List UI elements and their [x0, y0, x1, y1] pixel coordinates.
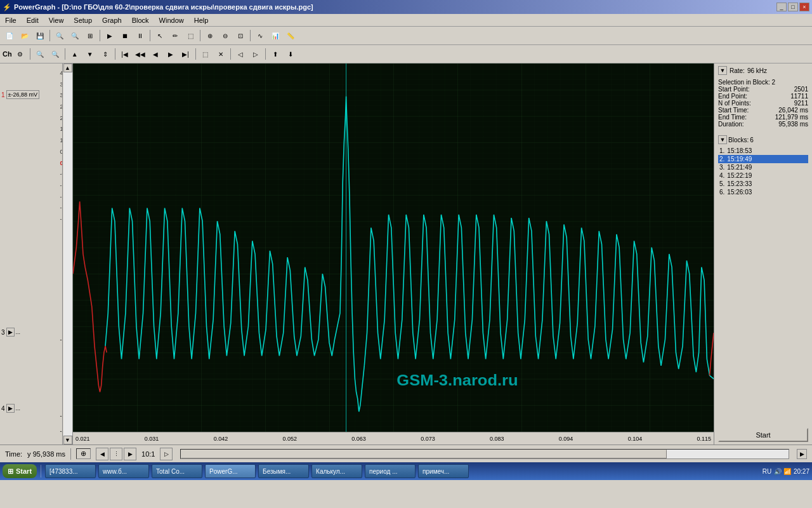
rate-dropdown-btn[interactable]: ▼ — [718, 66, 727, 75]
nav-select[interactable]: ⬚ — [199, 47, 213, 61]
tb-pause[interactable]: ⏸ — [133, 29, 147, 43]
taskbar-item-2[interactable]: Total Co... — [152, 464, 202, 478]
tb-zoom-fit[interactable]: ⊞ — [83, 29, 97, 43]
menu-view[interactable]: View — [46, 16, 67, 25]
x-label-4: 0.063 — [351, 436, 366, 442]
menu-block[interactable]: Block — [129, 16, 152, 25]
h-scroll-right-btn[interactable]: ▶ — [797, 449, 807, 459]
ch4-btn[interactable]: ▶ — [6, 404, 15, 413]
tb-fft[interactable]: ∿ — [253, 29, 267, 43]
tb-select[interactable]: ⬚ — [183, 29, 197, 43]
zoom-in-btn[interactable]: 🔍 — [33, 47, 47, 61]
nav-sep3 — [115, 48, 115, 60]
taskbar-item-0[interactable]: [473833... — [45, 464, 96, 478]
tb-new[interactable]: 📄 — [3, 29, 16, 43]
taskbar-item-7[interactable]: примеч... — [418, 464, 469, 478]
tb-pen[interactable]: ✏ — [168, 29, 182, 43]
tb-zoom-in[interactable]: 🔍 — [53, 29, 67, 43]
tb-play[interactable]: ▶ — [103, 29, 117, 43]
taskbar-item-5[interactable]: Калькул... — [311, 464, 362, 478]
scroll-left-btn[interactable]: ◀ — [96, 448, 108, 460]
nav-block-prev[interactable]: ◁ — [233, 47, 247, 61]
taskbar-item-label-1: www.б... — [103, 468, 127, 475]
block-item-4[interactable]: 4. 15:22:19 — [718, 171, 808, 180]
block-num-3: 3. — [719, 164, 724, 171]
tray-icons: 🔊 📶 — [774, 468, 791, 475]
blocks-dropdown[interactable]: ▼ — [718, 135, 727, 144]
start-button[interactable]: Start — [718, 428, 808, 442]
tb-fit-all[interactable]: ⊡ — [233, 29, 247, 43]
tb-save[interactable]: 💾 — [33, 29, 47, 43]
menu-setup[interactable]: Setup — [71, 16, 95, 25]
taskbar-item-label-6: период ... — [369, 468, 397, 475]
start-time-label: Start Time: — [718, 107, 749, 114]
taskbar-sep1 — [41, 465, 41, 478]
tb-zoom-region[interactable]: ⊕ — [203, 29, 217, 43]
ch3-btn[interactable]: ▶ — [6, 328, 15, 337]
zoom-out-btn[interactable]: 🔍 — [48, 47, 62, 61]
menu-graph[interactable]: Graph — [100, 16, 124, 25]
taskbar-item-1[interactable]: www.б... — [98, 464, 149, 478]
nav-sep6 — [265, 48, 266, 60]
time-label: Time: — [5, 450, 22, 458]
block-num-6: 6. — [719, 189, 724, 196]
nav-first[interactable]: |◀ — [118, 47, 132, 61]
tb-zoom-out[interactable]: 🔍 — [68, 29, 82, 43]
block-item-1[interactable]: 1. 15:18:53 — [718, 147, 808, 155]
nav-ch-dn[interactable]: ⬇ — [284, 47, 298, 61]
nav-clear[interactable]: ✕ — [214, 47, 228, 61]
x-label-8: 0.104 — [628, 436, 643, 442]
blocks-count: 6 — [750, 137, 754, 144]
tb-cursor[interactable]: ↖ — [153, 29, 167, 43]
tb-measure[interactable]: 📏 — [284, 29, 298, 43]
start-time-row: Start Time: 26,042 ms — [718, 107, 808, 114]
tb-stop[interactable]: ⏹ — [118, 29, 132, 43]
menu-file[interactable]: File — [3, 16, 19, 25]
nav-ch-up[interactable]: ⬆ — [268, 47, 282, 61]
start-point-row: Start Point: 2501 — [718, 86, 808, 93]
status-sep — [70, 448, 71, 460]
minimize-button[interactable]: _ — [776, 3, 787, 11]
tb-open[interactable]: 📂 — [18, 29, 32, 43]
start-point-value: 2501 — [794, 86, 808, 93]
ch-settings[interactable]: ⚙ — [13, 47, 27, 61]
main-content: 1 ±-26,88 mV 4.0 3.5 3.0 2.5 2.0 1.5 1.0… — [0, 64, 812, 444]
scroll-right2-btn[interactable]: ▶ — [124, 448, 136, 460]
scroll-right-btn[interactable]: ⋮ — [110, 448, 122, 460]
nav-prev-step[interactable]: ◀ — [148, 47, 162, 61]
menu-edit[interactable]: Edit — [24, 16, 41, 25]
tb-spectrum[interactable]: 📊 — [268, 29, 282, 43]
ch4-number: 4 — [1, 405, 5, 412]
h-scrollbar-thumb[interactable] — [181, 450, 667, 458]
v-scrollbar[interactable]: ▲ ▼ — [62, 64, 72, 444]
menu-help[interactable]: Help — [192, 16, 211, 25]
taskbar-item-6[interactable]: период ... — [365, 464, 416, 478]
ch-offset[interactable]: ⇕ — [98, 47, 112, 61]
tb-zoom-x[interactable]: ⊖ — [218, 29, 232, 43]
scroll-down-btn[interactable]: ▼ — [63, 436, 72, 444]
start-menu-button[interactable]: ⊞ Start — [3, 464, 37, 478]
block-item-3[interactable]: 3. 15:21:49 — [718, 163, 808, 171]
scroll-end-btn[interactable]: ▷ — [160, 448, 173, 460]
ch-scale-up[interactable]: ▲ — [68, 47, 82, 61]
block-item-2[interactable]: 2. 15:19:49 — [718, 155, 808, 163]
menu-window[interactable]: Window — [157, 16, 187, 25]
title-bar-left: ⚡ PowerGraph - [D:\по ГБО\для 60-2\прове… — [3, 3, 313, 11]
taskbar-item-4[interactable]: Безымя... — [258, 464, 309, 478]
block-item-6[interactable]: 6. 15:26:03 — [718, 188, 808, 196]
block-time-1: 15:18:53 — [727, 147, 752, 154]
ch-scale-dn[interactable]: ▼ — [83, 47, 97, 61]
nav-prev[interactable]: ◀◀ — [133, 47, 147, 61]
block-item-5[interactable]: 5. 15:23:33 — [718, 180, 808, 188]
maximize-button[interactable]: □ — [788, 3, 798, 11]
block-time-5: 15:23:33 — [727, 180, 752, 187]
x-label-0: 0.021 — [75, 436, 90, 442]
nav-block-next[interactable]: ▷ — [249, 47, 263, 61]
taskbar-item-3[interactable]: PowerG... — [205, 464, 256, 478]
ch1-range[interactable]: ±-26,88 mV — [6, 90, 39, 99]
h-scrollbar-track[interactable] — [180, 449, 789, 459]
nav-last[interactable]: ▶| — [179, 47, 193, 61]
close-button[interactable]: × — [799, 3, 809, 11]
nav-next-step[interactable]: ▶ — [164, 47, 178, 61]
scroll-up-btn[interactable]: ▲ — [63, 64, 72, 72]
